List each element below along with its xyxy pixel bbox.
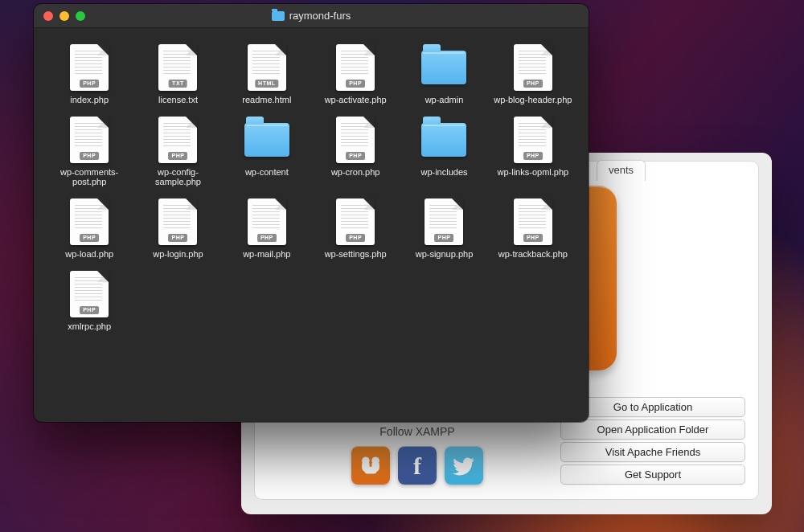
document-icon: TXT (158, 44, 197, 91)
social-row: f (351, 446, 483, 485)
filetype-badge: PHP (346, 152, 365, 160)
file-label: wp-content (245, 167, 289, 178)
svg-rect-11 (364, 466, 377, 473)
document-icon: PHP (70, 271, 109, 317)
file-label: license.txt (158, 95, 198, 105)
zoom-icon[interactable] (76, 11, 85, 21)
folder-icon (244, 123, 289, 157)
filetype-badge: PHP (523, 80, 543, 88)
file-label: wp-mail.php (243, 249, 290, 260)
file-item[interactable]: PHPwp-trackback.php (492, 198, 574, 260)
file-label: wp-settings.php (325, 249, 387, 260)
folder-icon (272, 11, 285, 21)
document-icon: PHP (514, 44, 552, 91)
document-icon: PHP (336, 44, 375, 91)
folder-item[interactable]: wp-includes (403, 117, 485, 187)
filetype-badge: PHP (346, 80, 365, 88)
document-icon: PHP (425, 198, 463, 245)
file-item[interactable]: PHPwp-config-sample.php (137, 117, 219, 187)
document-icon: PHP (158, 198, 197, 245)
file-item[interactable]: PHPindex.php (48, 44, 130, 105)
tab-events[interactable]: vents (597, 160, 646, 181)
document-icon: PHP (514, 117, 552, 163)
filetype-badge: PHP (435, 234, 454, 242)
file-item[interactable]: PHPwp-blog-header.php (492, 44, 574, 105)
file-label: xmlrpc.php (68, 321, 111, 332)
folder-icon (421, 123, 466, 157)
filetype-badge: PHP (169, 152, 188, 160)
filetype-badge: PHP (346, 234, 365, 242)
filetype-badge: PHP (80, 306, 99, 314)
folder-item[interactable]: wp-content (226, 117, 308, 187)
file-item[interactable]: PHPwp-mail.php (226, 198, 308, 260)
document-icon: PHP (248, 198, 286, 245)
xampp-button[interactable]: Open Application Folder (560, 419, 745, 440)
file-label: wp-comments-post.php (49, 167, 129, 187)
filetype-badge: PHP (523, 234, 543, 242)
social-facebook-icon[interactable]: f (398, 446, 437, 485)
file-label: wp-config-sample.php (137, 167, 218, 187)
close-icon[interactable] (43, 11, 53, 21)
file-item[interactable]: PHPwp-cron.php (314, 117, 396, 187)
xampp-button[interactable]: Get Support (560, 464, 745, 485)
finder-icon-grid: PHPindex.phpTXTlicense.txtHTMLreadme.htm… (34, 28, 589, 339)
filetype-badge: HTML (255, 80, 278, 88)
file-item[interactable]: HTMLreadme.html (226, 44, 308, 105)
social-twitter-icon[interactable] (445, 446, 483, 485)
file-label: readme.html (242, 95, 291, 105)
file-label: wp-activate.php (325, 95, 387, 105)
file-item[interactable]: PHPwp-load.php (48, 198, 130, 260)
file-item[interactable]: PHPwp-comments-post.php (48, 117, 130, 187)
file-label: wp-trackback.php (498, 249, 568, 260)
document-icon: HTML (248, 44, 286, 91)
follow-xampp-label: Follow XAMPP (351, 425, 483, 438)
document-icon: PHP (336, 117, 375, 163)
finder-titlebar[interactable]: raymond-furs (34, 4, 589, 28)
file-label: wp-includes (420, 167, 467, 178)
finder-title: raymond-furs (289, 10, 351, 22)
file-item[interactable]: PHPwp-login.php (137, 198, 219, 260)
file-item[interactable]: PHPwp-activate.php (314, 44, 396, 105)
file-label: wp-blog-header.php (494, 95, 572, 105)
document-icon: PHP (70, 117, 109, 163)
filetype-badge: PHP (169, 234, 188, 242)
document-icon: PHP (514, 198, 552, 245)
file-label: index.php (70, 95, 109, 105)
file-label: wp-admin (425, 95, 464, 105)
finder-window[interactable]: raymond-furs PHPindex.phpTXTlicense.txtH… (34, 4, 589, 422)
file-item[interactable]: PHPwp-signup.php (403, 198, 485, 260)
filetype-badge: TXT (169, 80, 187, 88)
window-controls (43, 11, 85, 21)
filetype-badge: PHP (80, 80, 99, 88)
file-item[interactable]: PHPwp-settings.php (314, 198, 396, 260)
file-label: wp-login.php (153, 249, 203, 260)
filetype-badge: PHP (257, 234, 277, 242)
document-icon: PHP (70, 44, 109, 91)
document-icon: PHP (336, 198, 375, 245)
document-icon: PHP (158, 117, 197, 163)
file-item[interactable]: PHPwp-links-opml.php (492, 117, 574, 187)
filetype-badge: PHP (523, 152, 543, 160)
file-item[interactable]: TXTlicense.txt (137, 44, 219, 105)
file-item[interactable]: PHPxmlrpc.php (48, 271, 130, 332)
document-icon: PHP (70, 198, 109, 245)
minimize-icon[interactable] (59, 11, 69, 21)
filetype-badge: PHP (80, 234, 99, 242)
xampp-button[interactable]: Visit Apache Friends (560, 442, 745, 462)
social-xampp-icon[interactable] (351, 446, 390, 485)
folder-item[interactable]: wp-admin (403, 44, 485, 105)
file-label: wp-signup.php (416, 249, 474, 260)
folder-icon (421, 51, 466, 84)
filetype-badge: PHP (80, 152, 99, 160)
desktop-background: vents Follow XAMPP (0, 0, 804, 532)
file-label: wp-links-opml.php (498, 167, 569, 178)
file-label: wp-load.php (65, 249, 113, 260)
file-label: wp-cron.php (331, 167, 380, 178)
